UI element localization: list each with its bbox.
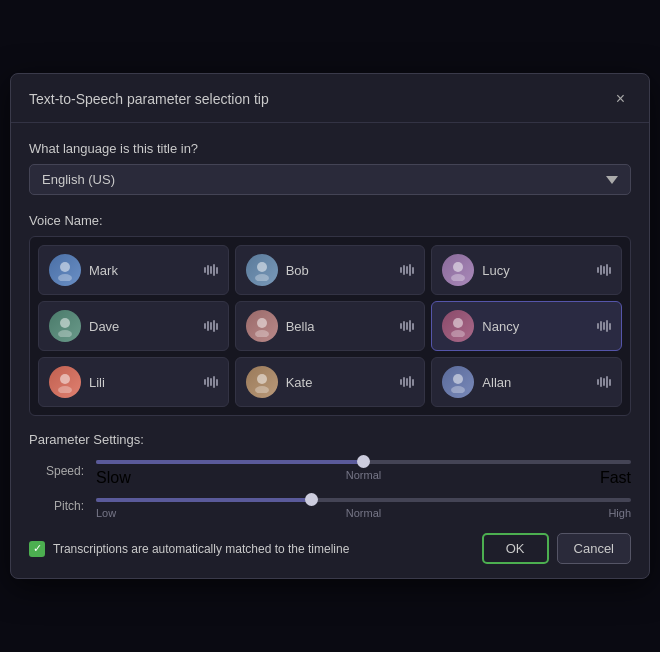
avatar-bob — [246, 254, 278, 286]
dialog: Text-to-Speech parameter selection tip ×… — [10, 73, 650, 579]
svg-point-11 — [451, 330, 465, 337]
speed-row: Speed: Slow Normal Fast — [29, 455, 631, 487]
voice-item-mark[interactable]: Mark — [38, 245, 229, 295]
svg-point-8 — [257, 318, 267, 328]
auto-match-checkbox[interactable]: ✓ — [29, 541, 45, 557]
voice-name-allan: Allan — [482, 375, 589, 390]
voice-name-section: Voice Name: Mark — [29, 213, 631, 416]
svg-point-9 — [255, 330, 269, 337]
svg-point-17 — [451, 386, 465, 393]
voice-item-lucy[interactable]: Lucy — [431, 245, 622, 295]
pitch-max-label: High — [608, 507, 631, 519]
svg-point-2 — [257, 262, 267, 272]
wave-icon-dave — [204, 320, 218, 332]
svg-point-12 — [60, 374, 70, 384]
checkbox-label: Transcriptions are automatically matched… — [53, 542, 349, 556]
svg-point-14 — [257, 374, 267, 384]
voice-name-dave: Dave — [89, 319, 196, 334]
svg-point-0 — [60, 262, 70, 272]
pitch-min-label: Low — [96, 507, 116, 519]
wave-icon-kate — [400, 376, 414, 388]
wave-icon-bob — [400, 264, 414, 276]
voice-item-nancy[interactable]: Nancy — [431, 301, 622, 351]
voice-name-kate: Kate — [286, 375, 393, 390]
avatar-lili — [49, 366, 81, 398]
pitch-label: Pitch: — [29, 499, 84, 513]
svg-point-15 — [255, 386, 269, 393]
wave-icon-lucy — [597, 264, 611, 276]
voice-name-nancy: Nancy — [482, 319, 589, 334]
speed-slider[interactable] — [96, 455, 631, 459]
modal-overlay: Text-to-Speech parameter selection tip ×… — [0, 0, 660, 652]
avatar-lucy — [442, 254, 474, 286]
wave-icon-lili — [204, 376, 218, 388]
avatar-allan — [442, 366, 474, 398]
checkmark-icon: ✓ — [33, 543, 42, 554]
checkbox-row: ✓ Transcriptions are automatically match… — [29, 541, 349, 557]
speed-label: Speed: — [29, 464, 84, 478]
svg-point-7 — [58, 330, 72, 337]
voice-item-allan[interactable]: Allan — [431, 357, 622, 407]
speed-mid-label: Normal — [346, 469, 381, 481]
speed-min-label: Slow — [96, 469, 131, 487]
dialog-body: What language is this title in? English … — [11, 123, 649, 578]
dialog-title: Text-to-Speech parameter selection tip — [29, 91, 269, 107]
wave-icon-mark — [204, 264, 218, 276]
dialog-header: Text-to-Speech parameter selection tip × — [11, 74, 649, 123]
voice-item-kate[interactable]: Kate — [235, 357, 426, 407]
footer-row: ✓ Transcriptions are automatically match… — [29, 533, 631, 564]
wave-icon-allan — [597, 376, 611, 388]
wave-icon-bella — [400, 320, 414, 332]
pitch-mid-label: Normal — [346, 507, 381, 519]
voice-name-mark: Mark — [89, 263, 196, 278]
svg-point-1 — [58, 274, 72, 281]
voice-name-label: Voice Name: — [29, 213, 631, 228]
voice-name-lili: Lili — [89, 375, 196, 390]
close-button[interactable]: × — [610, 88, 631, 110]
voice-grid: Mark Bob — [38, 245, 622, 407]
pitch-slider-container: Low Normal High — [96, 493, 631, 519]
svg-point-10 — [453, 318, 463, 328]
avatar-mark — [49, 254, 81, 286]
button-row: OK Cancel — [482, 533, 631, 564]
params-label: Parameter Settings: — [29, 432, 631, 447]
language-select[interactable]: English (US) English (UK) Spanish French… — [29, 164, 631, 195]
cancel-button[interactable]: Cancel — [557, 533, 631, 564]
ok-button[interactable]: OK — [482, 533, 549, 564]
pitch-labels: Low Normal High — [96, 507, 631, 519]
svg-point-13 — [58, 386, 72, 393]
voice-item-bella[interactable]: Bella — [235, 301, 426, 351]
pitch-row: Pitch: Low Normal High — [29, 493, 631, 519]
svg-point-16 — [453, 374, 463, 384]
wave-icon-nancy — [597, 320, 611, 332]
speed-max-label: Fast — [600, 469, 631, 487]
pitch-slider[interactable] — [96, 493, 631, 497]
avatar-kate — [246, 366, 278, 398]
avatar-nancy — [442, 310, 474, 342]
voice-name-bob: Bob — [286, 263, 393, 278]
svg-point-6 — [60, 318, 70, 328]
voice-item-bob[interactable]: Bob — [235, 245, 426, 295]
avatar-dave — [49, 310, 81, 342]
voice-grid-container: Mark Bob — [29, 236, 631, 416]
svg-point-5 — [451, 274, 465, 281]
speed-slider-container: Slow Normal Fast — [96, 455, 631, 487]
avatar-bella — [246, 310, 278, 342]
svg-point-4 — [453, 262, 463, 272]
svg-point-3 — [255, 274, 269, 281]
speed-labels: Slow Normal Fast — [96, 469, 631, 487]
language-question: What language is this title in? — [29, 141, 631, 156]
voice-item-lili[interactable]: Lili — [38, 357, 229, 407]
voice-name-bella: Bella — [286, 319, 393, 334]
voice-name-lucy: Lucy — [482, 263, 589, 278]
voice-item-dave[interactable]: Dave — [38, 301, 229, 351]
params-section: Parameter Settings: Speed: Slow Normal — [29, 432, 631, 519]
